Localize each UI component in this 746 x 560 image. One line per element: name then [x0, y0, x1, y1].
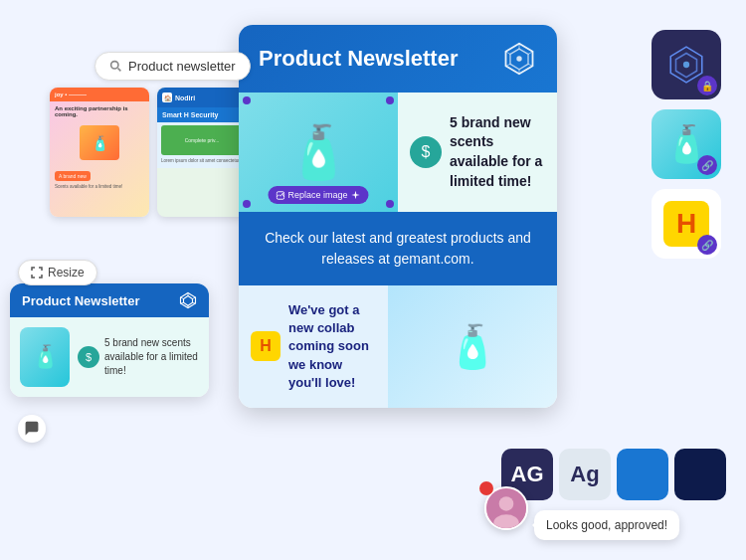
- tooltip-text: Looks good, approved!: [546, 518, 667, 532]
- thumb1-image: 🧴: [80, 125, 119, 160]
- main-newsletter-card: Product Newsletter 🧴: [239, 25, 557, 408]
- right-icon-1[interactable]: 🔒: [652, 30, 721, 99]
- notification-dot: [479, 481, 493, 495]
- collab-spray-bottle: 🧴: [447, 322, 498, 371]
- main-card-logo: [501, 41, 537, 77]
- right-icon-2-badge: 🔗: [697, 155, 717, 175]
- thumb1-body: An exciting partnership is coming.: [50, 101, 149, 121]
- right-icon-3[interactable]: H 🔗: [652, 189, 721, 259]
- thumbnail-card-1: joy • ——— An exciting partnership is com…: [50, 88, 149, 217]
- thumb2-section-title: Smart H Security: [157, 107, 247, 122]
- svg-marker-3: [184, 296, 193, 306]
- svg-marker-20: [351, 191, 359, 199]
- resize-label: Resize: [48, 266, 85, 280]
- replace-image-label: Replace image: [287, 190, 347, 200]
- svg-line-1: [118, 69, 121, 72]
- search-bar[interactable]: Product newsletter: [94, 52, 251, 81]
- mini-card-body: 🧴 $ 5 brand new scents available for a l…: [10, 317, 209, 397]
- main-bottle-image: 🧴: [286, 122, 351, 183]
- thumb2-body: Complete priv... Lorem ipsum dolor sit a…: [157, 122, 247, 168]
- mini-card-description: 5 brand new scents available for a limit…: [104, 336, 199, 378]
- avatar-image: [486, 486, 526, 530]
- mini-card-bottle-image: 🧴: [20, 327, 70, 387]
- svg-point-19: [281, 192, 283, 194]
- search-value: Product newsletter: [128, 59, 236, 74]
- selection-dot-bl: [243, 200, 251, 208]
- svg-point-26: [493, 514, 518, 530]
- color-swatch-blue[interactable]: [617, 449, 668, 500]
- thumb2-icon: 🏠: [162, 93, 172, 102]
- resize-button[interactable]: Resize: [18, 260, 97, 285]
- mini-card-header: Product Newsletter: [10, 283, 209, 317]
- color-swatch-navy[interactable]: [674, 449, 726, 500]
- collab-image-area: 🧴: [388, 285, 557, 408]
- right-icon-1-badge: 🔒: [697, 76, 717, 95]
- main-section-2-text: Check our latest and greatest products a…: [265, 230, 531, 267]
- ag-light-label: Ag: [570, 462, 599, 487]
- thumb1-tag: A brand new: [55, 171, 91, 181]
- right-icon-3-badge: 🔗: [697, 235, 717, 255]
- main-section-2-banner: Check our latest and greatest products a…: [239, 212, 557, 285]
- main-card-header: Product Newsletter: [239, 25, 557, 93]
- scent-text: 5 brand new scents available for a limit…: [450, 113, 545, 191]
- svg-point-0: [111, 62, 118, 69]
- ag-dark-label: AG: [511, 462, 544, 487]
- svg-point-23: [683, 62, 689, 68]
- replace-image-icon: [276, 191, 284, 200]
- mini-card-logo: [179, 291, 197, 309]
- selection-dot-br: [386, 200, 394, 208]
- chat-icon: [24, 421, 40, 437]
- mini-card-scent-icon: $: [78, 346, 99, 368]
- svg-point-12: [516, 56, 521, 61]
- right-icon-2[interactable]: 🧴 🔗: [652, 109, 721, 179]
- selection-dot-tl: [243, 96, 251, 104]
- mini-card-text-area: $ 5 brand new scents available for a lim…: [78, 336, 199, 378]
- main-bottle-area: 🧴 Replace image: [239, 93, 398, 212]
- avatar-area: Looks good, approved!: [484, 486, 528, 530]
- collab-h-icon: H: [251, 331, 280, 361]
- main-card-title: Product Newsletter: [259, 46, 459, 72]
- thumb1-subtitle: Scents available for a limited time!: [50, 183, 149, 190]
- thumb2-header: 🏠 Nodiri: [157, 88, 247, 107]
- tooltip-bubble: Looks good, approved!: [534, 510, 679, 540]
- main-section-1: 🧴 Replace image $ 5 brand new scents ava…: [239, 93, 557, 212]
- mini-card-title: Product Newsletter: [22, 293, 139, 308]
- mini-preview-card: Product Newsletter 🧴 $ 5 brand new scent…: [10, 283, 209, 397]
- selection-dot-tr: [386, 96, 394, 104]
- thumb1-header: joy • ———: [50, 88, 149, 101]
- replace-image-button[interactable]: Replace image: [268, 186, 368, 204]
- ai-sparkle-icon: [351, 190, 361, 200]
- bottom-right-icons: AG Ag: [501, 449, 726, 500]
- search-icon: [109, 60, 122, 73]
- collab-text: We've got a new collab coming soon we kn…: [288, 301, 376, 392]
- scent-icon: $: [410, 136, 442, 168]
- font-icon-ag-light[interactable]: Ag: [559, 449, 611, 500]
- main-section-3: H We've got a new collab coming soon we …: [239, 285, 557, 408]
- chat-icon-button[interactable]: [18, 415, 46, 443]
- right-icons-column: 🔒 🧴 🔗 H 🔗: [652, 30, 721, 259]
- resize-icon: [31, 267, 43, 279]
- svg-point-25: [499, 496, 514, 511]
- main-section-1-text: $ 5 brand new scents available for a lim…: [398, 93, 557, 212]
- thumbnail-card-2: 🏠 Nodiri Smart H Security Complete priv.…: [157, 88, 247, 217]
- collab-text-area: H We've got a new collab coming soon we …: [239, 285, 388, 408]
- thumb2-title: Nodiri: [175, 94, 195, 101]
